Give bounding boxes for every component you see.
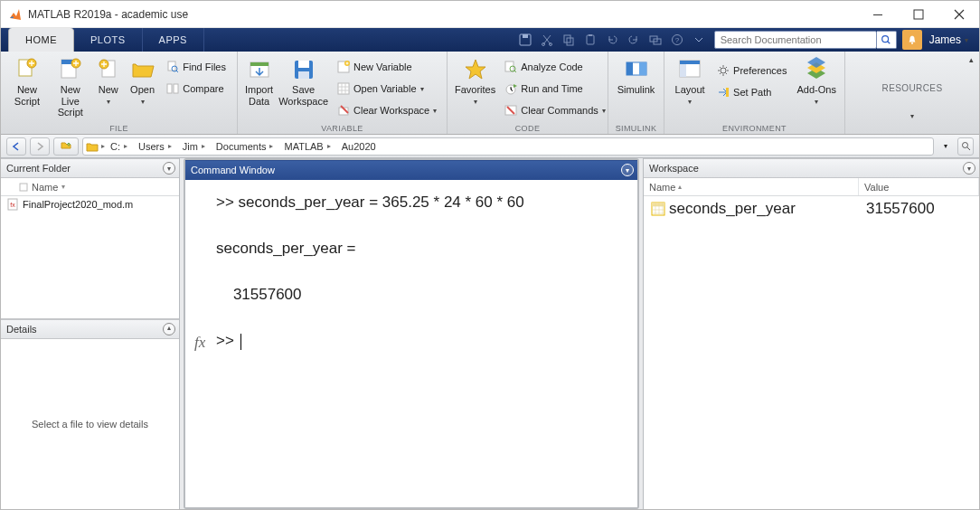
file-item[interactable]: fx FinalProject2020_mod.m [1, 196, 179, 212]
breadcrumb-seg-1[interactable]: Users▸ [133, 138, 177, 155]
breadcrumb-seg-3[interactable]: Documents▸ [211, 138, 279, 155]
fx-icon[interactable]: fx [194, 191, 211, 352]
path-dropdown-icon[interactable]: ▾ [938, 137, 954, 156]
new-script-icon [14, 57, 40, 82]
set-path-button[interactable]: Set Path [713, 82, 790, 102]
new-script-button[interactable]: New Script [8, 55, 46, 107]
window-maximize-button[interactable] [898, 1, 938, 28]
search-button[interactable] [877, 31, 897, 49]
panel-actions-icon[interactable]: ▾ [621, 164, 634, 176]
redo-icon[interactable] [624, 30, 644, 50]
search-documentation-input[interactable] [714, 31, 877, 49]
save-workspace-icon [291, 57, 316, 82]
cf-col-name: Name [32, 182, 58, 193]
code-group-label: CODE [448, 124, 608, 133]
svg-rect-9 [589, 34, 592, 36]
find-files-button[interactable]: Find Files [163, 57, 230, 77]
set-path-label: Set Path [733, 87, 771, 98]
analyze-code-icon [504, 61, 517, 73]
window-close-button[interactable] [938, 1, 979, 28]
svg-rect-43 [627, 62, 633, 75]
ribbon-collapse-icon[interactable]: ▴ [969, 55, 974, 64]
svg-marker-36 [466, 60, 485, 79]
ws-col-value[interactable]: Value [859, 178, 979, 195]
ribbon-group-code: Favorites ▾ Analyze Code Run and Time Cl… [448, 52, 608, 134]
nav-forward-button[interactable] [30, 137, 50, 156]
window-title: MATLAB R2019a - academic use [28, 8, 188, 21]
new-variable-button[interactable]: New Variable [334, 57, 440, 77]
svg-rect-46 [680, 61, 700, 64]
svg-rect-8 [587, 35, 594, 44]
panel-actions-icon[interactable]: ▾ [163, 162, 175, 175]
favorites-button[interactable]: Favorites ▾ [455, 55, 495, 106]
svg-rect-30 [298, 61, 309, 68]
breadcrumb-seg-2[interactable]: Jim▸ [177, 138, 211, 155]
tab-home[interactable]: HOME [8, 28, 74, 52]
help-icon[interactable]: ? [667, 30, 687, 50]
workspace-row[interactable]: seconds_per_year 31557600 [644, 196, 979, 222]
save-icon[interactable] [515, 30, 535, 50]
find-files-icon [166, 61, 179, 73]
pathbar: ▸ C:▸ Users▸ Jim▸ Documents▸ MATLAB▸ Au2… [1, 135, 979, 158]
addons-button[interactable]: Add-Ons ▾ [796, 55, 837, 106]
svg-rect-51 [20, 184, 27, 191]
user-menu[interactable]: James ▾ [924, 33, 975, 46]
chevron-down-icon: ▾ [474, 98, 477, 106]
tabstrip: HOME PLOTS APPS ? James ▾ [1, 28, 979, 52]
new-live-script-button[interactable]: New Live Script [52, 55, 90, 118]
command-window-body[interactable]: fx >> seconds_per_year = 365.25 * 24 * 6… [185, 180, 637, 507]
current-folder-header[interactable]: Current Folder ▾ [1, 158, 179, 178]
nav-back-button[interactable] [6, 137, 26, 156]
qat-dropdown-icon[interactable] [689, 30, 709, 50]
new-variable-icon [337, 61, 350, 73]
tab-apps[interactable]: APPS [143, 28, 204, 52]
undo-icon[interactable] [602, 30, 622, 50]
ws-col-name[interactable]: Name▴ [644, 178, 859, 195]
svg-rect-28 [250, 62, 269, 66]
new-variable-label: New Variable [353, 61, 412, 72]
left-column: Current Folder ▾ Name ▾ fx FinalProject2… [1, 158, 180, 509]
tab-plots[interactable]: PLOTS [74, 28, 143, 52]
command-window-header[interactable]: Command Window ▾ [185, 160, 637, 180]
panel-actions-icon[interactable]: ▾ [963, 162, 975, 175]
current-folder-col-header[interactable]: Name ▾ [1, 178, 179, 196]
save-workspace-button[interactable]: Save Workspace [278, 55, 328, 107]
breadcrumb-seg-5[interactable]: Au2020 [336, 138, 382, 155]
details-placeholder: Select a file to view details [32, 419, 148, 430]
svg-rect-0 [873, 14, 882, 15]
nav-up-button[interactable] [53, 137, 79, 156]
run-and-time-button[interactable]: Run and Time [501, 79, 609, 99]
clear-commands-button[interactable]: Clear Commands ▾ [501, 100, 609, 120]
breadcrumb-seg-4[interactable]: MATLAB▸ [278, 138, 335, 155]
search-path-icon[interactable] [957, 137, 974, 156]
environment-group-label: ENVIRONMENT [664, 124, 844, 133]
breadcrumb[interactable]: ▸ C:▸ Users▸ Jim▸ Documents▸ MATLAB▸ Au2… [82, 137, 934, 156]
simulink-button[interactable]: Simulink [616, 55, 656, 96]
details-header[interactable]: Details ▾ [1, 319, 179, 339]
variable-group-label: VARIABLE [238, 124, 447, 133]
svg-rect-1 [914, 10, 923, 19]
notification-bell-icon[interactable] [902, 30, 922, 50]
window-minimize-button[interactable] [857, 1, 898, 28]
workspace-body: Name▴ Value seconds_per_year 31557600 [644, 178, 979, 509]
compare-button[interactable]: Compare [163, 79, 230, 99]
workspace-header[interactable]: Workspace ▾ [644, 158, 979, 178]
details-title: Details [6, 324, 37, 335]
paste-icon[interactable] [580, 30, 600, 50]
command-window-panel: Command Window ▾ fx >> seconds_per_year … [184, 158, 639, 509]
open-variable-button[interactable]: Open Variable ▾ [334, 79, 440, 99]
clear-workspace-button[interactable]: Clear Workspace ▾ [334, 100, 440, 120]
panel-collapse-icon[interactable]: ▾ [163, 323, 175, 335]
switch-windows-icon[interactable] [645, 30, 665, 50]
cut-icon[interactable] [537, 30, 557, 50]
preferences-button[interactable]: Preferences [713, 61, 790, 80]
copy-icon[interactable] [559, 30, 579, 50]
run-time-icon [504, 82, 517, 95]
breadcrumb-seg-0[interactable]: C:▸ [105, 138, 133, 155]
open-button[interactable]: Open ▾ [127, 55, 157, 106]
import-data-button[interactable]: Import Data [245, 55, 273, 107]
new-button[interactable]: New ▾ [95, 55, 122, 106]
chevron-down-icon[interactable]: ▾ [910, 112, 914, 120]
layout-button[interactable]: Layout ▾ [672, 55, 708, 106]
analyze-code-button[interactable]: Analyze Code [501, 57, 609, 77]
